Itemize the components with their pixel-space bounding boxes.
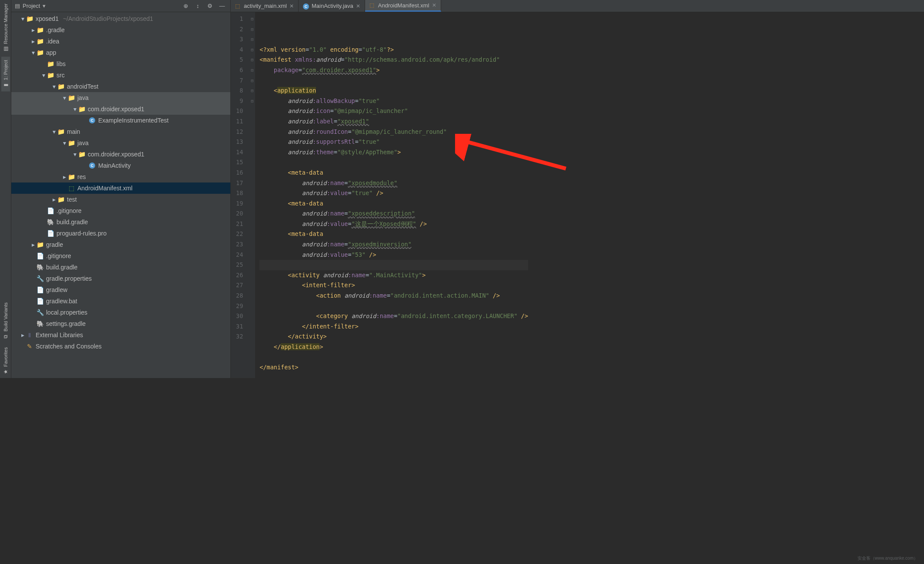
close-icon[interactable]: ✕ [289, 3, 294, 9]
fold-toggle[interactable]: ⊟ [249, 14, 255, 24]
tree-row[interactable]: ▸📁.idea [11, 36, 230, 47]
code-line[interactable]: <action android:name="android.intent.act… [259, 291, 528, 301]
tree-row[interactable]: ⬚AndroidManifest.xml [11, 182, 230, 194]
code-line[interactable]: android:value="这是一个Xposed例程" /> [259, 219, 528, 229]
code-line[interactable]: <manifest xmlns:android="http://schemas.… [259, 55, 528, 65]
chevron-icon[interactable]: ▾ [71, 106, 78, 113]
tree-row[interactable]: 🔧gradle.properties [11, 273, 230, 284]
fold-column[interactable]: ⊟⊟⊟⊟⊟⊟⊟⊟⊟ [249, 12, 255, 378]
chevron-icon[interactable]: ▸ [30, 38, 37, 45]
tree-row[interactable]: 📄.gitignore [11, 250, 230, 262]
code-line[interactable] [259, 76, 528, 86]
tree-row[interactable]: ▾📁java [11, 92, 230, 103]
chevron-icon[interactable]: ▾ [50, 128, 57, 135]
tool-build-variants[interactable]: ⧉ Build Variants [1, 299, 10, 343]
tool-project[interactable]: ▮ 1: Project [1, 56, 10, 91]
code-line[interactable]: android:value="true" /> [259, 188, 528, 199]
code-line[interactable]: <category android:name="android.intent.c… [259, 311, 528, 322]
code-line[interactable]: android:icon="@mipmap/ic_launcher" [259, 106, 528, 116]
chevron-icon[interactable]: ▸ [50, 196, 57, 203]
chevron-icon[interactable]: ▾ [61, 94, 68, 101]
close-icon[interactable]: ✕ [432, 2, 436, 8]
tree-row[interactable]: CMainActivity [11, 160, 230, 171]
chevron-icon[interactable]: ▾ [40, 72, 47, 79]
tree-row[interactable]: 📄gradlew [11, 284, 230, 295]
code-line[interactable]: android:roundIcon="@mipmap/ic_launcher_r… [259, 127, 528, 137]
tree-row[interactable]: 🐘build.gradle [11, 216, 230, 228]
chevron-icon[interactable]: ▸ [30, 241, 37, 248]
fold-toggle[interactable]: ⊟ [249, 86, 255, 96]
tree-row[interactable]: ▸📁gradle [11, 239, 230, 250]
tree-row[interactable]: ▾📁app [11, 47, 230, 58]
code-line[interactable]: <application [259, 86, 528, 96]
tree-row[interactable]: 📄proguard-rules.pro [11, 228, 230, 239]
code-content[interactable]: <?xml version="1.0" encoding="utf-8"?><m… [255, 12, 528, 378]
tree-row[interactable]: ▸⫴External Libraries [11, 329, 230, 341]
code-line[interactable] [259, 260, 528, 270]
tree-row[interactable]: ▾📁androidTest [11, 81, 230, 92]
project-view-title[interactable]: Project [23, 3, 40, 9]
code-line[interactable]: android:name="xposeddescription" [259, 209, 528, 219]
tree-row[interactable]: ▾📁xposed1~/AndroidStudioProjects/xposed1 [11, 13, 230, 24]
code-line[interactable]: </activity> [259, 332, 528, 342]
code-line[interactable]: <intent-filter> [259, 280, 528, 291]
tree-row[interactable]: 🐘build.gradle [11, 262, 230, 273]
locate-icon[interactable]: ⊕ [181, 1, 190, 11]
gear-icon[interactable]: ⚙ [205, 1, 215, 11]
fold-toggle[interactable]: ⊟ [249, 76, 255, 86]
code-line[interactable]: <meta-data [259, 168, 528, 178]
code-line[interactable] [259, 352, 528, 363]
dropdown-icon[interactable]: ▾ [43, 3, 46, 9]
tree-row[interactable]: 🔧local.properties [11, 307, 230, 318]
fold-toggle[interactable]: ⊟ [249, 45, 255, 55]
tree-row[interactable]: ▾📁main [11, 126, 230, 137]
fold-toggle[interactable]: ⊟ [249, 24, 255, 35]
chevron-icon[interactable]: ▾ [30, 49, 37, 56]
fold-toggle[interactable]: ⊟ [249, 96, 255, 106]
tree-row[interactable]: ▾📁com.droider.xposed1 [11, 103, 230, 115]
editor-tab[interactable]: CMainActivity.java✕ [299, 0, 365, 12]
chevron-icon[interactable]: ▸ [19, 332, 26, 338]
tree-row[interactable]: ▸📁res [11, 171, 230, 182]
chevron-icon[interactable]: ▸ [30, 27, 37, 33]
close-icon[interactable]: ✕ [356, 3, 360, 9]
chevron-icon[interactable]: ▾ [71, 151, 78, 158]
tree-row[interactable]: CExampleInstrumentedTest [11, 115, 230, 126]
code-line[interactable]: android:supportsRtl="true" [259, 137, 528, 147]
code-line[interactable]: android:name="xposedminversion" [259, 239, 528, 250]
code-line[interactable] [259, 157, 528, 168]
code-line[interactable]: android:label="xposed1" [259, 116, 528, 127]
fold-toggle[interactable]: ⊟ [249, 34, 255, 45]
tree-row[interactable]: ▸📁test [11, 194, 230, 205]
code-line[interactable]: <meta-data [259, 199, 528, 209]
hide-icon[interactable]: — [217, 1, 227, 11]
code-line[interactable] [259, 301, 528, 312]
editor-tab[interactable]: ⬚AndroidManifest.xml✕ [365, 0, 441, 12]
tree-row[interactable]: 🐘settings.gradle [11, 318, 230, 329]
project-tree[interactable]: ▾📁xposed1~/AndroidStudioProjects/xposed1… [11, 12, 230, 378]
code-line[interactable]: android:allowBackup="true" [259, 96, 528, 106]
code-line[interactable]: </application> [259, 342, 528, 352]
tree-row[interactable]: ✎Scratches and Consoles [11, 341, 230, 352]
code-line[interactable]: android:theme="@style/AppTheme"> [259, 147, 528, 158]
fold-toggle[interactable]: ⊟ [249, 55, 255, 65]
tree-row[interactable]: ▾📁java [11, 137, 230, 149]
tree-row[interactable]: ▸📁.gradle [11, 24, 230, 36]
tool-resource-manager[interactable]: ▤ Resource Manager [1, 0, 10, 56]
code-line[interactable]: </intent-filter> [259, 322, 528, 332]
collapse-icon[interactable]: ↕ [193, 1, 203, 11]
code-line[interactable]: android:value="53" /> [259, 250, 528, 260]
code-line[interactable]: <activity android:name=".MainActivity"> [259, 270, 528, 281]
tree-row[interactable]: ▾📁com.droider.xposed1 [11, 149, 230, 160]
chevron-icon[interactable]: ▾ [61, 139, 68, 146]
code-line[interactable]: </manifest> [259, 362, 528, 373]
chevron-icon[interactable]: ▾ [50, 83, 57, 90]
code-editor[interactable]: 1234567891011121314151617181920212223242… [231, 12, 924, 378]
code-line[interactable]: <meta-data [259, 229, 528, 239]
tool-favorites[interactable]: ★ Favorites [1, 344, 10, 378]
tree-row[interactable]: 📁libs [11, 58, 230, 70]
editor-tab[interactable]: ⬚activity_main.xml✕ [231, 0, 299, 12]
tree-row[interactable]: 📄gradlew.bat [11, 295, 230, 307]
code-line[interactable]: package="com.droider.xposed1"> [259, 65, 528, 76]
fold-toggle[interactable]: ⊟ [249, 65, 255, 76]
